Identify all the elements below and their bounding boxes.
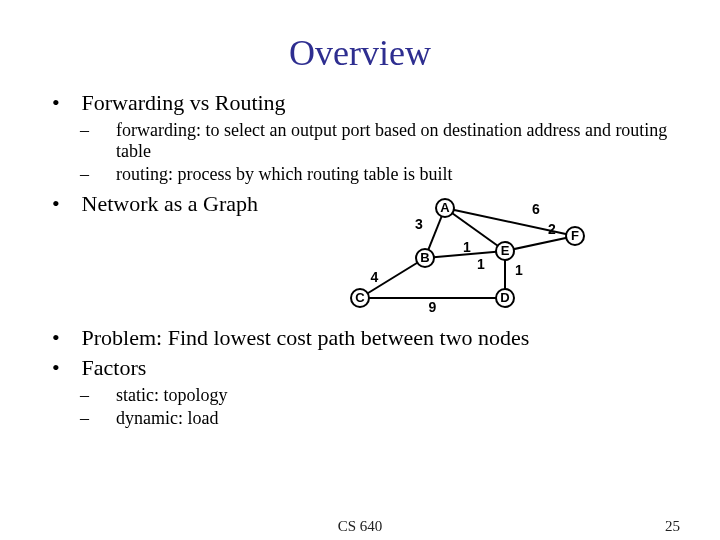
slide-title: Overview — [48, 32, 672, 74]
sub-bullet-text: routing: process by which routing table … — [116, 164, 452, 184]
bullet-text: Network as a Graph — [82, 191, 259, 216]
network-graph-diagram: 31641912ABCDEF — [330, 196, 590, 316]
footer-page-number: 25 — [665, 518, 680, 535]
sub-bullet-routing: routing: process by which routing table … — [98, 164, 672, 185]
svg-text:9: 9 — [429, 299, 437, 315]
bullet-text: Factors — [82, 355, 147, 380]
sub-bullet-dynamic: dynamic: load — [98, 408, 672, 429]
svg-text:B: B — [420, 250, 429, 265]
svg-text:1: 1 — [463, 239, 471, 255]
svg-text:2: 2 — [548, 221, 556, 237]
sub-bullet-forwarding: forwarding: to select an output port bas… — [98, 120, 672, 162]
svg-text:E: E — [501, 243, 510, 258]
svg-text:D: D — [500, 290, 509, 305]
bullet-factors: Factors static: topology dynamic: load — [54, 355, 672, 429]
svg-text:F: F — [571, 228, 579, 243]
slide: Overview Forwarding vs Routing forwardin… — [0, 0, 720, 540]
sub-bullet-text: static: topology — [116, 385, 228, 405]
graph-svg: 31641912ABCDEF — [330, 196, 590, 316]
sub-bullet-list: static: topology dynamic: load — [54, 385, 672, 429]
sub-bullet-text: dynamic: load — [116, 408, 218, 428]
svg-text:A: A — [440, 200, 450, 215]
svg-text:1: 1 — [477, 256, 485, 272]
bullet-list-2: Problem: Find lowest cost path between t… — [54, 325, 672, 429]
svg-text:C: C — [355, 290, 365, 305]
svg-line-14 — [505, 236, 575, 251]
bullet-problem: Problem: Find lowest cost path between t… — [54, 325, 672, 351]
bullet-text: Problem: Find lowest cost path between t… — [82, 325, 530, 350]
sub-bullet-static: static: topology — [98, 385, 672, 406]
svg-text:1: 1 — [515, 262, 523, 278]
sub-bullet-list: forwarding: to select an output port bas… — [54, 120, 672, 185]
footer-center: CS 640 — [0, 518, 720, 535]
bullet-text: Forwarding vs Routing — [82, 90, 286, 115]
bullet-forwarding-vs-routing: Forwarding vs Routing forwarding: to sel… — [54, 90, 672, 185]
svg-text:6: 6 — [532, 201, 540, 217]
svg-text:3: 3 — [415, 216, 423, 232]
sub-bullet-text: forwarding: to select an output port bas… — [116, 120, 667, 161]
svg-text:4: 4 — [371, 269, 379, 285]
